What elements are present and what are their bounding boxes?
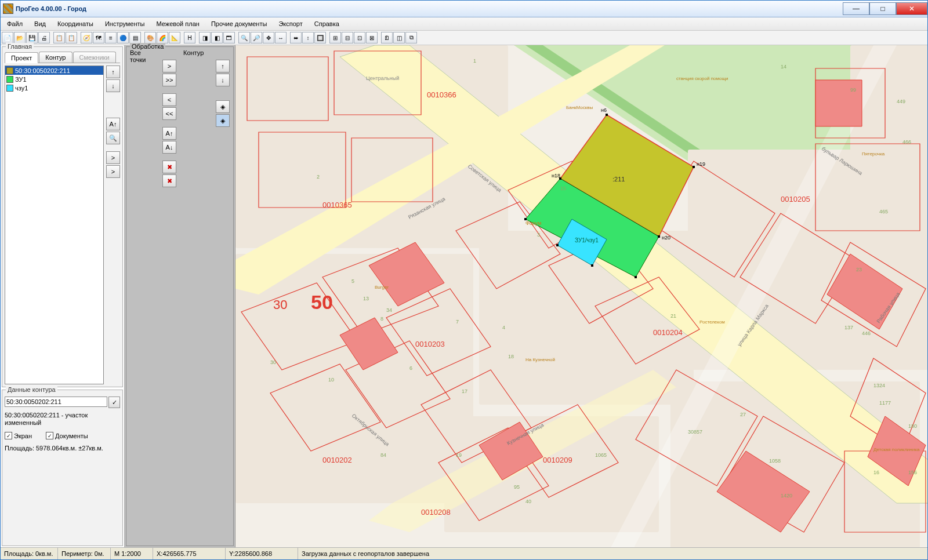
pt-down-button[interactable]: ↓ (216, 74, 230, 86)
contour-apply-button[interactable]: ✓ (108, 397, 120, 408)
contour-points-area[interactable] (180, 57, 215, 546)
toolbar-btn-3[interactable]: 🖨 (38, 32, 50, 43)
svg-text:13: 13 (363, 296, 369, 301)
toolbar-btn-35[interactable]: ⊡ (354, 32, 365, 43)
svg-text:1065: 1065 (595, 452, 607, 458)
list-up-button[interactable]: ↑ (106, 66, 120, 78)
move-all-right-button[interactable]: >> (162, 74, 176, 86)
svg-text:30857: 30857 (688, 429, 702, 435)
toolbar-btn-33[interactable]: ⊞ (329, 32, 341, 43)
list-item[interactable]: 50:30:0050202:211 (5, 66, 103, 75)
list-down-button[interactable]: ↓ (106, 79, 120, 92)
status-bar: Площадь: 0кв.м. Периметр: 0м. М 1:2000 X… (1, 547, 927, 559)
checkbox-screen[interactable]: ✓Экран (5, 432, 32, 439)
menu-справка[interactable]: Справка (309, 19, 345, 29)
tab-contour[interactable]: Контур (39, 52, 72, 63)
svg-text:станция скорой помощи: станция скорой помощи (676, 76, 728, 81)
toolbar-btn-0[interactable]: 📄 (2, 32, 13, 43)
svg-text:1324: 1324 (873, 383, 885, 388)
toolbar-btn-34[interactable]: ⊟ (342, 32, 353, 43)
checkbox-documents[interactable]: ✓Документы (46, 432, 88, 439)
toolbar-btn-20[interactable]: ◨ (199, 32, 211, 43)
svg-text:21: 21 (670, 313, 676, 319)
panel-processing: Обработка Все точки > >> < << A↑ A↓ ✖ ✖ (126, 46, 234, 546)
toolbar-btn-24[interactable]: 🔍 (238, 32, 250, 43)
svg-rect-4 (235, 254, 473, 503)
move-right-button[interactable]: > (162, 60, 176, 72)
svg-text:3: 3 (537, 232, 540, 238)
list-item[interactable]: чзу1 (5, 83, 103, 92)
menu-вид[interactable]: Вид (29, 19, 51, 29)
sort-z-button[interactable]: A↓ (162, 141, 176, 154)
toolbar-btn-8[interactable]: 🧭 (81, 32, 92, 43)
toolbar-btn-18[interactable]: Н (184, 32, 195, 43)
status-x: X:426565.775 (153, 548, 226, 559)
svg-text:ЗУ1/чзу1: ЗУ1/чзу1 (575, 237, 599, 243)
svg-text:1177: 1177 (879, 400, 891, 406)
pt-mark2-button[interactable]: ◈ (216, 114, 230, 127)
toolbar-btn-29[interactable]: ⬌ (290, 32, 302, 43)
expand2-button[interactable]: > (106, 165, 120, 178)
toolbar-btn-11[interactable]: 🔵 (117, 32, 129, 43)
all-points-area[interactable] (126, 64, 161, 546)
toolbar-btn-6[interactable]: 📋 (66, 32, 77, 43)
svg-text:Burger: Burger (375, 285, 389, 290)
svg-text:н20: н20 (662, 235, 670, 241)
svg-text:н6: н6 (601, 107, 607, 113)
maximize-button[interactable]: □ (869, 2, 896, 15)
move-left-button[interactable]: < (162, 93, 176, 106)
svg-text:466: 466 (902, 139, 911, 145)
menu-bar: ФайлВидКоординатыИнструментыМежевой план… (1, 17, 927, 31)
svg-text:449: 449 (897, 99, 905, 104)
toolbar-btn-26[interactable]: ✥ (263, 32, 274, 43)
pt-up-button[interactable]: ↑ (216, 60, 230, 72)
menu-прочие документы[interactable]: Прочие документы (206, 19, 273, 29)
list-item[interactable]: ЗУ1 (5, 75, 103, 83)
minimize-button[interactable]: — (843, 2, 869, 15)
contour-id-input[interactable] (5, 397, 107, 407)
toolbar-btn-30[interactable]: ↕ (302, 32, 314, 43)
toolbar-btn-39[interactable]: ◫ (393, 32, 405, 43)
toolbar-btn-2[interactable]: 💾 (26, 32, 38, 43)
move-all-left-button[interactable]: << (162, 107, 176, 120)
toolbar-btn-21[interactable]: ◧ (211, 32, 223, 43)
toolbar-btn-27[interactable]: ↔ (275, 32, 287, 43)
svg-text:Детская поликлиника: Детская поликлиника (873, 447, 920, 452)
processing-title: Обработка (130, 43, 165, 50)
del2-button[interactable]: ✖ (162, 174, 176, 187)
find-button[interactable]: 🔍 (106, 132, 120, 144)
menu-файл[interactable]: Файл (2, 19, 28, 29)
map-canvas[interactable]: н6н19н20н18:211ЗУ1/чзу150300010366001036… (235, 45, 927, 547)
menu-экспорт[interactable]: Экспорт (273, 19, 307, 29)
toolbar-btn-9[interactable]: 🗺 (93, 32, 104, 43)
menu-координаты[interactable]: Координаты (52, 19, 99, 29)
del1-button[interactable]: ✖ (162, 161, 176, 173)
close-button[interactable]: ✕ (896, 2, 927, 15)
status-scale: М 1:2000 (111, 548, 153, 559)
toolbar-btn-25[interactable]: 🔎 (251, 32, 262, 43)
toolbar-btn-1[interactable]: 📂 (14, 32, 26, 43)
toolbar-btn-22[interactable]: 🗔 (223, 32, 235, 43)
toolbar-btn-15[interactable]: 🌈 (157, 32, 168, 43)
svg-text:16: 16 (873, 470, 879, 475)
toolbar-btn-36[interactable]: ⊠ (366, 32, 378, 43)
sort-asc-button[interactable]: A↑ (106, 118, 120, 130)
pt-mark1-button[interactable]: ◈ (216, 100, 230, 113)
parcel-list[interactable]: 50:30:0050202:211ЗУ1чзу1 (5, 66, 104, 384)
svg-text:0010202: 0010202 (322, 456, 352, 464)
toolbar-btn-31[interactable]: 🔲 (314, 32, 326, 43)
toolbar-btn-40[interactable]: ⧉ (405, 32, 417, 43)
toolbar-btn-12[interactable]: ▤ (129, 32, 141, 43)
toolbar-btn-16[interactable]: 📐 (169, 32, 180, 43)
toolbar-btn-10[interactable]: ≡ (105, 32, 117, 43)
tab-project[interactable]: Проект (5, 52, 38, 63)
menu-межевой план[interactable]: Межевой план (151, 19, 205, 29)
sort-a-button[interactable]: A↑ (162, 127, 176, 140)
tab-neighbors[interactable]: Смежники (73, 52, 116, 63)
svg-text:14: 14 (781, 64, 786, 70)
toolbar-btn-38[interactable]: 🗓 (381, 32, 393, 43)
expand-button[interactable]: > (106, 151, 120, 164)
menu-инструменты[interactable]: Инструменты (100, 19, 150, 29)
toolbar-btn-5[interactable]: 📋 (53, 32, 65, 43)
toolbar-btn-14[interactable]: 🎨 (144, 32, 156, 43)
